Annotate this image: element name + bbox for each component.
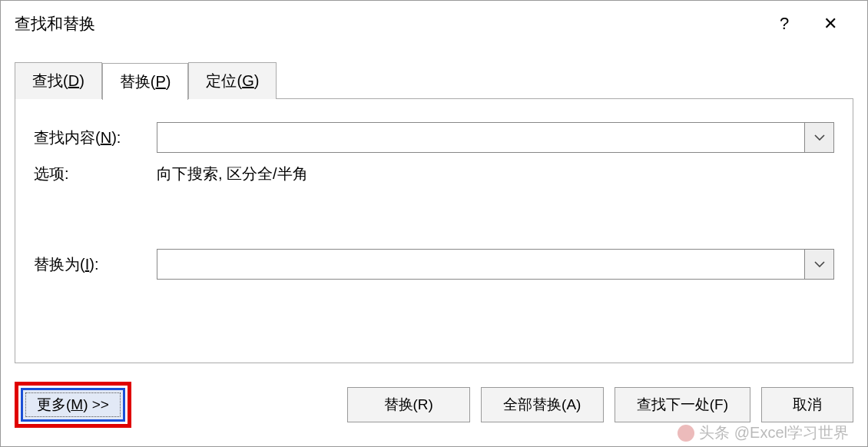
options-value: 向下搜索, 区分全/半角	[157, 164, 308, 184]
options-label: 选项:	[34, 164, 157, 184]
tab-panel: 查找内容(N): 选项: 向下搜索, 区分全/半角 替换为(I):	[15, 98, 853, 363]
replace-button[interactable]: 替换(R)	[347, 387, 470, 422]
chevron-down-icon	[814, 261, 825, 267]
find-row: 查找内容(N):	[34, 122, 834, 153]
replace-row: 替换为(I):	[34, 249, 834, 280]
find-replace-dialog: 查找和替换 ? ✕ 查找(D) 替换(P) 定位(G) 查找内容(N):	[0, 0, 868, 447]
replace-combo	[157, 249, 834, 280]
more-highlight: 更多(M) >>	[15, 382, 131, 428]
tab-find[interactable]: 查找(D)	[15, 62, 102, 99]
find-dropdown-button[interactable]	[804, 123, 833, 152]
titlebar: 查找和替换 ? ✕	[1, 1, 867, 47]
options-row: 选项: 向下搜索, 区分全/半角	[34, 164, 834, 184]
find-label: 查找内容(N):	[34, 127, 157, 148]
replace-label: 替换为(I):	[34, 254, 157, 275]
cancel-button[interactable]: 取消	[761, 387, 853, 422]
more-button[interactable]: 更多(M) >>	[21, 388, 125, 422]
replace-all-button[interactable]: 全部替换(A)	[481, 387, 604, 422]
find-next-button[interactable]: 查找下一处(F)	[615, 387, 750, 422]
tab-replace[interactable]: 替换(P)	[102, 63, 189, 100]
dialog-title: 查找和替换	[15, 13, 761, 35]
find-input[interactable]	[157, 123, 804, 152]
close-button[interactable]: ✕	[807, 1, 853, 47]
find-combo	[157, 122, 834, 153]
replace-input[interactable]	[157, 250, 804, 279]
tab-strip: 查找(D) 替换(P) 定位(G)	[15, 62, 867, 99]
help-button[interactable]: ?	[761, 1, 807, 47]
replace-dropdown-button[interactable]	[804, 250, 833, 279]
chevron-down-icon	[814, 134, 825, 141]
button-row: 更多(M) >> 替换(R) 全部替换(A) 查找下一处(F) 取消	[15, 382, 853, 428]
tab-goto[interactable]: 定位(G)	[188, 62, 277, 99]
